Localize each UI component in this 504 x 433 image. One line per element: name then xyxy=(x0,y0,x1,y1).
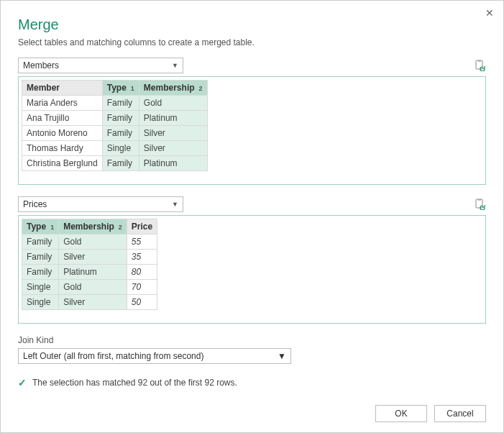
table-cell: 35 xyxy=(127,250,157,265)
table2-dropdown[interactable]: Prices ▼ xyxy=(18,196,183,212)
table-cell: Single xyxy=(102,141,139,156)
svg-rect-1 xyxy=(476,199,482,208)
join-kind-value: Left Outer (all from first, matching fro… xyxy=(23,351,203,361)
refresh-preview-icon[interactable] xyxy=(475,60,486,71)
table-cell: Family xyxy=(22,234,59,250)
check-icon: ✓ xyxy=(18,377,27,388)
column-header[interactable]: Membership2 xyxy=(59,219,127,234)
table-cell: Single xyxy=(22,295,59,310)
match-status: ✓ The selection has matched 92 out of th… xyxy=(18,377,486,388)
table-cell: Gold xyxy=(59,234,127,250)
table-row[interactable]: Maria AndersFamilyGold xyxy=(22,96,208,111)
table2-grid[interactable]: Type1Membership2PriceFamilyGold55FamilyS… xyxy=(22,219,157,310)
table-cell: 50 xyxy=(127,295,157,310)
table-cell: 80 xyxy=(127,265,157,280)
chevron-down-icon: ▼ xyxy=(172,62,178,69)
table-cell: Family xyxy=(102,156,139,171)
table-cell: Platinum xyxy=(139,156,207,171)
table-cell: Family xyxy=(102,111,139,126)
cancel-button[interactable]: Cancel xyxy=(434,405,486,422)
table-cell: Family xyxy=(102,126,139,141)
table-row[interactable]: FamilySilver35 xyxy=(22,250,157,265)
table-row[interactable]: Antonio MorenoFamilySilver xyxy=(22,126,208,141)
table-row[interactable]: Thomas HardySingleSilver xyxy=(22,141,208,156)
svg-rect-0 xyxy=(476,60,482,69)
table-cell: 55 xyxy=(127,234,157,250)
table1-dropdown[interactable]: Members ▼ xyxy=(18,58,183,73)
chevron-down-icon: ▼ xyxy=(278,351,286,361)
table2-dropdown-value: Prices xyxy=(23,199,47,209)
column-header[interactable]: Member xyxy=(22,81,103,96)
table-row[interactable]: SingleGold70 xyxy=(22,280,157,295)
table-row[interactable]: FamilyGold55 xyxy=(22,234,157,250)
dialog-title: Merge xyxy=(18,17,486,33)
table-cell: Silver xyxy=(139,141,207,156)
table-cell: Platinum xyxy=(59,265,127,280)
join-kind-dropdown[interactable]: Left Outer (all from first, matching fro… xyxy=(18,348,291,364)
table-cell: Family xyxy=(22,265,59,280)
table-cell: Antonio Moreno xyxy=(22,126,103,141)
table-cell: Family xyxy=(22,250,59,265)
column-header[interactable]: Price xyxy=(127,219,157,234)
match-order-badge: 1 xyxy=(127,85,134,92)
chevron-down-icon: ▼ xyxy=(172,201,178,208)
match-status-text: The selection has matched 92 out of the … xyxy=(32,378,237,388)
ok-button[interactable]: OK xyxy=(375,405,427,422)
table1-dropdown-value: Members xyxy=(23,60,59,70)
table-cell: Maria Anders xyxy=(22,96,103,111)
table-cell: Thomas Hardy xyxy=(22,141,103,156)
column-header[interactable]: Type1 xyxy=(22,219,59,234)
merge-dialog: ✕ Merge Select tables and matching colum… xyxy=(0,0,504,433)
table-cell: Christina Berglund xyxy=(22,156,103,171)
table-cell: Gold xyxy=(139,96,207,111)
table2-preview: Type1Membership2PriceFamilyGold55FamilyS… xyxy=(18,215,486,324)
match-order-badge: 1 xyxy=(46,224,54,231)
match-order-badge: 2 xyxy=(114,224,122,231)
table-cell: Gold xyxy=(59,280,127,295)
table-cell: Silver xyxy=(59,295,127,310)
close-icon[interactable]: ✕ xyxy=(482,5,498,21)
table-row[interactable]: FamilyPlatinum80 xyxy=(22,265,157,280)
table-cell: Silver xyxy=(139,126,207,141)
table1-preview: MemberType1Membership2Maria AndersFamily… xyxy=(18,76,486,185)
table-cell: Single xyxy=(22,280,59,295)
table-cell: Silver xyxy=(59,250,127,265)
join-kind-label: Join Kind xyxy=(18,335,486,345)
table-cell: Ana Trujillo xyxy=(22,111,103,126)
column-header[interactable]: Membership2 xyxy=(139,81,207,96)
match-order-badge: 2 xyxy=(195,85,203,92)
table-row[interactable]: Ana TrujilloFamilyPlatinum xyxy=(22,111,208,126)
column-header[interactable]: Type1 xyxy=(102,81,139,96)
table-cell: Platinum xyxy=(139,111,207,126)
table-row[interactable]: SingleSilver50 xyxy=(22,295,157,310)
refresh-preview-icon[interactable] xyxy=(475,199,486,210)
table-cell: 70 xyxy=(127,280,157,295)
table1-grid[interactable]: MemberType1Membership2Maria AndersFamily… xyxy=(22,80,208,171)
dialog-subtitle: Select tables and matching columns to cr… xyxy=(18,37,486,47)
table-row[interactable]: Christina BerglundFamilyPlatinum xyxy=(22,156,208,171)
table-cell: Family xyxy=(102,96,139,111)
